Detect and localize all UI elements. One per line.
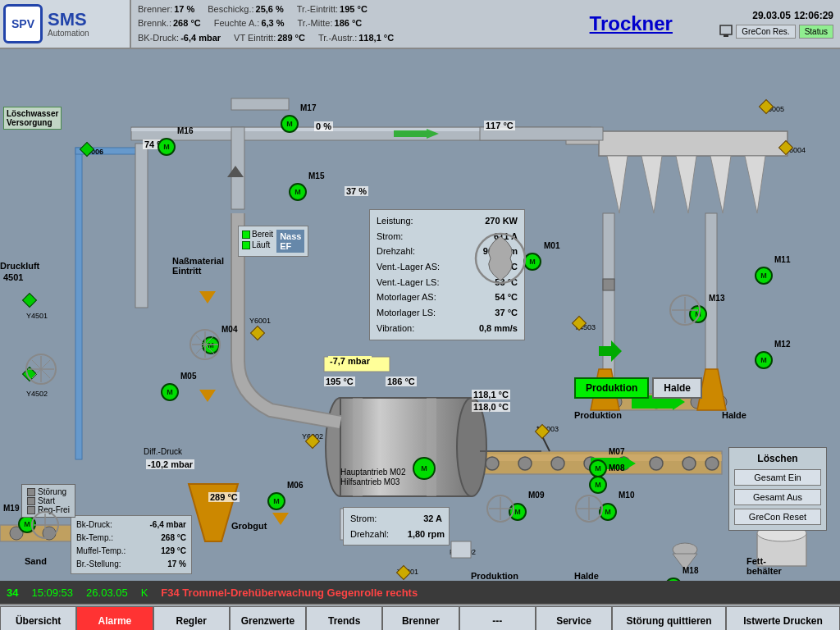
motor-m13[interactable]: M: [689, 305, 707, 323]
motor-m06[interactable]: M: [267, 492, 285, 510]
strom2-row: Strom: 32 A: [350, 511, 442, 527]
svg-point-27: [457, 398, 486, 496]
m15-label: M15: [308, 171, 324, 180]
y4503-label: Y4503: [574, 323, 596, 331]
motor-m12[interactable]: M: [755, 351, 773, 369]
nav-ubersicht[interactable]: Übersicht: [0, 606, 76, 630]
svg-rect-13: [705, 213, 717, 394]
drehzahl2-row: Drehzahl: 1,80 rpm: [350, 527, 442, 542]
y6002-label: Y6002: [302, 432, 323, 441]
y6004-label: Y6004: [784, 146, 806, 154]
motor-m07[interactable]: M: [589, 459, 607, 477]
m09-label: M09: [528, 491, 544, 500]
produktion2-label: Produktion: [471, 571, 518, 581]
svg-rect-32: [75, 148, 82, 459]
gesamt-ein-button[interactable]: Gesamt Ein: [734, 469, 821, 486]
m12-label: M12: [774, 340, 790, 349]
motor-m05[interactable]: M: [161, 383, 179, 401]
indicators-col: Bereit Läuft: [242, 230, 273, 253]
m04-label: M04: [221, 325, 237, 334]
monitor-icon: [719, 25, 733, 38]
param-vt-eintritt: VT Eintritt: 289 °C: [234, 31, 305, 46]
logo-text: SPV: [11, 17, 34, 30]
svg-rect-1: [724, 34, 728, 37]
svg-rect-4: [599, 131, 788, 156]
svg-point-22: [682, 457, 696, 470]
svg-marker-9: [745, 156, 765, 213]
alarm-k: K: [141, 587, 148, 599]
y6005-label: Y6005: [763, 105, 784, 113]
nav-regler[interactable]: Regler: [153, 606, 230, 630]
m11-label: M11: [774, 255, 790, 264]
company-name: SMS: [48, 11, 89, 29]
motor-m17[interactable]: M: [281, 115, 299, 133]
alarm-date: 26.03.05: [86, 587, 128, 599]
motor-m09[interactable]: M: [509, 503, 527, 521]
datetime-area: 29.03.05 12:06:29 GreCon Res. Status: [713, 0, 840, 48]
grecon-reset-button[interactable]: GreCon Reset: [734, 509, 821, 525]
druckluft-num: 4501: [3, 272, 23, 282]
motor-m19[interactable]: M: [18, 515, 36, 533]
svg-rect-0: [720, 25, 732, 34]
temp-117: 117 °C: [484, 121, 515, 130]
hauptantrieb-label: Hauptantrieb M02: [340, 468, 406, 477]
svg-rect-47: [603, 279, 614, 290]
pct-37: 37 %: [345, 186, 368, 196]
nav-grenzwerte[interactable]: Grenzwerte: [230, 606, 306, 630]
reg-frei-light: [27, 506, 35, 514]
bereit-lauft-panel: Bereit Läuft Nass EF: [238, 226, 308, 257]
start-light: [27, 497, 35, 505]
param-tr-austr: Tr.-Austr.: 118,1 °C: [318, 31, 394, 46]
m05-label: M05: [180, 372, 196, 381]
grecon-res-button[interactable]: GreCon Res.: [736, 25, 795, 39]
gesamt-aus-button[interactable]: Gesamt Aus: [734, 489, 821, 505]
motor-m02-m03[interactable]: M: [413, 457, 436, 480]
pressure-neg77: -7,7 mbar: [328, 356, 372, 366]
m13-label: M13: [709, 294, 724, 303]
small-data-panel: Bk-Druck: -6,4 mbar Bk-Temp.: 268 °C Muf…: [71, 515, 192, 574]
nav-istwerte-drucken[interactable]: Istwerte Drucken: [726, 606, 840, 630]
header: SPV SMS Automation Brenner: 17 % Beschic…: [0, 0, 840, 49]
halde-button[interactable]: Halde: [652, 377, 702, 399]
motor-m11[interactable]: M: [755, 267, 773, 285]
param-brennk: Brennk.: 268 °C: [138, 16, 201, 31]
fett-behalter-label: Fett-behälter: [746, 556, 782, 576]
nav-trends[interactable]: Trends: [306, 606, 382, 630]
motorlager-ls-row: Motorlager LS: 37 °C: [377, 305, 518, 321]
param-row-1: Brenner: 17 % Beschickg.: 25,6 % Tr.-Ein…: [138, 2, 542, 17]
halde3-label: Halde: [722, 410, 746, 420]
produktion-button[interactable]: Produktion: [574, 377, 649, 399]
motor-m08[interactable]: M: [589, 476, 607, 494]
bereit-light: [242, 231, 250, 239]
time-display: 12:06:29: [794, 10, 833, 21]
alarm-message: F34 Trommel-Drehüberwachung Gegenrolle r…: [161, 587, 418, 599]
motor-m04[interactable]: M: [202, 336, 220, 354]
svg-point-16: [486, 457, 499, 470]
motor-m16[interactable]: M: [158, 138, 176, 156]
nav-storung-quittieren[interactable]: Störung quittieren: [612, 606, 726, 630]
pressure-neg102: -10,2 mbar: [146, 459, 194, 469]
nav-brenner[interactable]: Brenner: [382, 606, 459, 630]
motor-m10[interactable]: M: [599, 503, 617, 521]
motor-m15[interactable]: M: [289, 183, 307, 201]
bereit-row: Bereit: [242, 230, 273, 239]
y4502-label: Y4502: [26, 390, 48, 398]
loschen-panel: Löschen Gesamt Ein Gesamt Aus GreCon Res…: [728, 447, 827, 531]
svg-marker-7: [676, 156, 696, 213]
svg-rect-30: [231, 127, 244, 209]
page-title: Trockner: [590, 12, 673, 35]
logo: SPV: [3, 4, 43, 43]
nav-separator[interactable]: ---: [459, 606, 536, 630]
loschen-title: Löschen: [734, 453, 821, 464]
svg-marker-5: [607, 156, 628, 213]
m01-label: M01: [544, 241, 559, 250]
status-bar: 34 15:09:53 26.03.05 K F34 Trommel-Drehü…: [0, 581, 840, 604]
status-button[interactable]: Status: [799, 25, 833, 39]
svg-rect-12: [603, 213, 614, 394]
motor-m01[interactable]: M: [523, 253, 541, 271]
nav-service[interactable]: Service: [536, 606, 612, 630]
motor-info-panel: Leistung: 270 KW Strom: 611 A Drehzahl: …: [369, 209, 525, 340]
temp-186: 186 °C: [386, 377, 417, 386]
nav-alarme[interactable]: Alarme: [76, 606, 153, 630]
muffel-temp-row: Muffel-Temp.: 129 °C: [76, 545, 186, 558]
